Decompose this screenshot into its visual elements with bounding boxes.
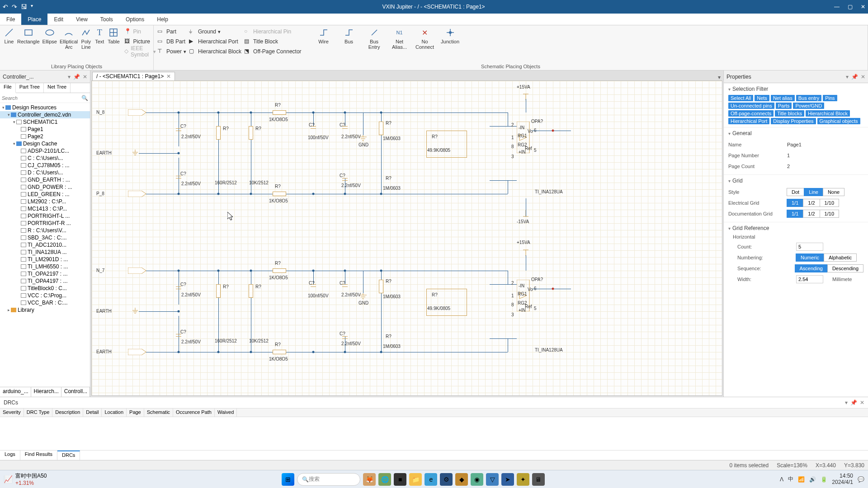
tree-cache-item[interactable]: R : C:\Users\V...	[0, 227, 90, 234]
schematic-canvas[interactable]: N_8EARTHP_8C?2.2nf/50VC?2.2nf/50VR?160R/…	[91, 80, 722, 396]
left-btab-hier[interactable]: Hierarch...	[31, 387, 61, 397]
tree-cache-item[interactable]: CJ_CJ78M05 : ...	[0, 162, 90, 169]
filter-tag[interactable]: Title blocks	[775, 110, 804, 117]
tree-cache-item[interactable]: VCC_BAR : C:...	[0, 299, 90, 306]
ribbon-dbpart[interactable]: ▭DB Part	[157, 37, 186, 46]
task-app-5[interactable]: ◆	[455, 473, 468, 486]
tree-cache-item[interactable]: GND_POWER : ...	[0, 183, 90, 191]
drc-col[interactable]: Page	[127, 408, 144, 417]
filter-tag[interactable]: Un-connected pins	[728, 103, 774, 109]
undo-button[interactable]: ↶	[3, 3, 8, 10]
filter-tag[interactable]: Net alias	[771, 95, 795, 101]
sequence-seg[interactable]: AscendingDescending	[795, 264, 863, 272]
tree-cache-item[interactable]: TI_INA128UA ...	[0, 249, 90, 256]
ribbon-bus[interactable]: Bus	[338, 27, 360, 44]
filter-tag[interactable]: Hierarchical Block	[806, 110, 850, 117]
panel-close-icon[interactable]: ✕	[83, 74, 87, 80]
drc-table-body[interactable]	[0, 417, 868, 450]
section-grid[interactable]: Grid	[728, 178, 863, 184]
task-app-2[interactable]: 🌐	[378, 473, 391, 486]
task-app-4[interactable]: ⚙	[440, 473, 453, 486]
redo-button[interactable]: ↷	[12, 3, 17, 10]
tray-notify-icon[interactable]: 💬	[858, 476, 864, 483]
stock-icon[interactable]: 📈	[4, 475, 13, 483]
tree-cache-item[interactable]: TI_OPA2197 : ...	[0, 270, 90, 277]
document-tab[interactable]: / - <SCHEMATIC1 : Page1>✕	[92, 72, 175, 80]
tray-sound-icon[interactable]: 🔊	[809, 476, 816, 483]
ribbon-line[interactable]: Line	[4, 27, 14, 44]
menu-view[interactable]: View	[70, 14, 94, 25]
task-app-6[interactable]: ◉	[471, 473, 483, 486]
grid-style-seg[interactable]: DotLineNone	[787, 188, 844, 196]
ribbon-noconnect[interactable]: ✕No Connect	[414, 27, 436, 50]
left-tab-part[interactable]: Part Tree	[16, 83, 44, 93]
task-app-1[interactable]: 🦊	[363, 473, 376, 486]
menu-tools[interactable]: Tools	[94, 14, 119, 25]
menu-place[interactable]: Place	[21, 14, 47, 25]
task-app-8[interactable]: ➤	[501, 473, 514, 486]
task-edge[interactable]: e	[425, 473, 437, 486]
tree-cache-item[interactable]: VCC : C:\Prog...	[0, 292, 90, 299]
gridref-count-input[interactable]	[796, 243, 823, 251]
ribbon-ground[interactable]: ⏚Ground ▾	[189, 27, 241, 36]
taskbar-clock[interactable]: 14:502024/4/1	[832, 473, 853, 485]
drc-tab[interactable]: Find Results	[20, 450, 57, 460]
ribbon-picture[interactable]: 🖼Picture	[124, 37, 156, 46]
drc-col[interactable]: Severity	[0, 408, 24, 417]
menu-file[interactable]: File	[0, 14, 21, 25]
task-app-10[interactable]: 🖥	[532, 473, 545, 486]
ribbon-titleblock[interactable]: ▤Title Block	[244, 37, 302, 46]
taskbar-search[interactable]: 🔍 搜索	[297, 473, 360, 486]
ribbon-hblock[interactable]: ▢Hierarchical Block	[189, 47, 241, 56]
tree-cache-item[interactable]: TI_LM2901D : ...	[0, 256, 90, 263]
drc-col[interactable]: Description	[52, 408, 83, 417]
drc-pin-icon[interactable]: 📌	[850, 399, 857, 406]
ribbon-part[interactable]: ▭Part	[157, 27, 186, 36]
numbering-seg[interactable]: NumericAlphabetic	[796, 253, 857, 262]
prop-close-icon[interactable]: ✕	[861, 74, 865, 80]
drc-tab[interactable]: Logs	[0, 450, 20, 460]
filter-tag[interactable]: Parts	[776, 103, 792, 109]
search-icon[interactable]: 🔍	[81, 95, 88, 101]
left-btab-ctrl[interactable]: Controll...	[61, 387, 90, 397]
ribbon-polyline[interactable]: Poly Line	[80, 27, 91, 50]
task-app-9[interactable]: ✦	[517, 473, 529, 486]
panel-menu-icon[interactable]: ▾	[68, 74, 71, 80]
project-tree[interactable]: ▾Design Resources ▾Controller_demo2.vdn …	[0, 103, 90, 387]
tree-cache-item[interactable]: C : C:\Users\...	[0, 155, 90, 162]
tree-cache-item[interactable]: TI_ADC12010...	[0, 241, 90, 249]
ribbon-junction[interactable]: Junction	[439, 27, 462, 44]
filter-tag[interactable]: Select All	[728, 95, 753, 101]
section-filter[interactable]: Selection Filter	[728, 86, 863, 92]
filter-tag[interactable]: Bus entry	[796, 95, 821, 101]
filter-tag[interactable]: Off-page-connects	[728, 110, 774, 117]
tab-close-icon[interactable]: ✕	[166, 73, 171, 80]
ribbon-rectangle[interactable]: Rectangle	[17, 27, 40, 44]
filter-tag[interactable]: Hierarchical Port	[728, 118, 769, 124]
drc-tab[interactable]: DRCs	[57, 450, 80, 460]
ribbon-wire[interactable]: Wire	[312, 27, 335, 44]
drc-col[interactable]: Detail	[83, 408, 102, 417]
section-general[interactable]: General	[728, 130, 863, 136]
drc-col[interactable]: DRC Type	[24, 408, 53, 417]
tree-cache-item[interactable]: LED_GREEN : ...	[0, 191, 90, 198]
dgrid-seg[interactable]: 1/11/21/10	[787, 210, 839, 218]
prop-pin-icon[interactable]: 📌	[851, 74, 858, 80]
ribbon-busentry[interactable]: Bus Entry	[363, 27, 386, 50]
filter-tag[interactable]: Graphical objects	[817, 118, 860, 124]
task-app-7[interactable]: ▽	[486, 473, 499, 486]
tab-list-icon[interactable]: ▾	[715, 74, 723, 80]
maximize-button[interactable]: ▢	[848, 4, 853, 10]
tree-cache-item[interactable]: MC1413 : C:\P...	[0, 205, 90, 212]
ribbon-table[interactable]: Table	[108, 27, 119, 44]
left-tab-file[interactable]: File	[0, 83, 16, 93]
tree-cache-item[interactable]: D : C:\Users\...	[0, 169, 90, 176]
left-tab-net[interactable]: Net Tree	[44, 83, 71, 93]
tree-cache-item[interactable]: ADSP-2101/LC...	[0, 147, 90, 155]
ribbon-offpage[interactable]: ⬔Off-Page Connector	[244, 47, 302, 56]
ribbon-arc[interactable]: Elliptical Arc	[60, 27, 78, 50]
filter-tag[interactable]: Display Properties	[771, 118, 816, 124]
drc-close-icon[interactable]: ✕	[860, 399, 864, 406]
tray-lang-icon[interactable]: 中	[788, 475, 793, 483]
tray-chevron-icon[interactable]: ᐱ	[780, 476, 783, 483]
